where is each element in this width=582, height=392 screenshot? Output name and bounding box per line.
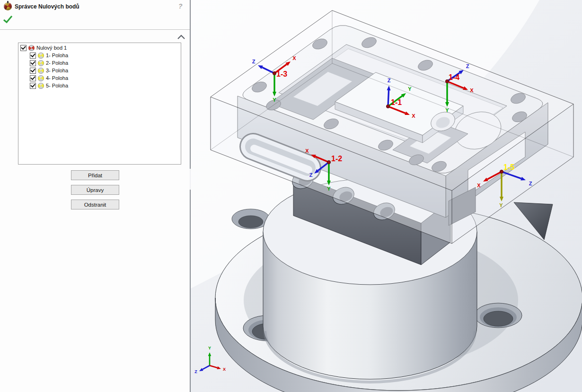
marker-label: 1-1 — [391, 98, 402, 106]
axis-label-z: Z — [388, 78, 391, 83]
cad-scene[interactable]: XZY1-3ZYX1-1ZXY1-4XZY1-2XZY1-5YXZ — [191, 0, 582, 392]
header-divider — [0, 29, 190, 30]
collapse-chevron-icon[interactable] — [177, 33, 185, 42]
3d-viewport[interactable]: XZY1-3ZYX1-1ZXY1-4XZY1-2XZY1-5YXZ — [191, 0, 582, 392]
checkbox[interactable] — [20, 45, 26, 51]
axis-label-z: Z — [252, 59, 256, 64]
tree-item-3-poloha[interactable]: 3- Poloha — [18, 67, 181, 74]
edit-button[interactable]: Úpravy — [71, 185, 119, 195]
axis-label-x: X — [470, 87, 474, 93]
flange-counterbore-hole — [475, 303, 522, 328]
position-icon — [38, 68, 44, 74]
axis-label-z: Z — [466, 63, 469, 69]
axis-label-y: Y — [208, 346, 211, 350]
marker-label: 1-4 — [449, 73, 459, 81]
tree-item-label: 2- Poloha — [46, 60, 68, 66]
checkbox[interactable] — [30, 75, 36, 81]
checkbox[interactable] — [30, 60, 36, 66]
add-button[interactable]: Přidat — [71, 170, 119, 180]
axis-label-x: X — [305, 148, 309, 154]
tree-item-nulov-bod-1[interactable]: Nulový bod 1 — [18, 44, 181, 52]
marker-label: 1-2 — [331, 155, 342, 163]
tree-item-label: Nulový bod 1 — [36, 45, 67, 51]
marker-label: 1-3 — [276, 70, 287, 78]
panel-title: Správce Nulových bodů — [15, 3, 79, 10]
axis-label-x: X — [412, 113, 415, 119]
tree-item-2-poloha[interactable]: 2- Poloha — [18, 59, 181, 67]
tree-item-4-poloha[interactable]: 4- Poloha — [18, 74, 181, 82]
axis-label-x: X — [223, 367, 226, 372]
axis-label-y: Y — [408, 86, 412, 92]
tree-item-label: 3- Poloha — [46, 68, 68, 73]
axis-label-x: X — [292, 55, 296, 61]
axis-label-y: Y — [499, 202, 503, 208]
axis-label-x: X — [477, 183, 481, 188]
position-icon — [38, 83, 44, 89]
tree-item-5-poloha[interactable]: 5- Poloha — [18, 82, 181, 89]
position-icon — [38, 75, 44, 81]
tree-item-1-poloha[interactable]: 1- Poloha — [18, 52, 181, 59]
zero-point-manager-panel: Správce Nulových bodů ? Nulový bod 11- P… — [0, 0, 190, 392]
tree[interactable]: Nulový bod 11- Poloha2- Poloha3- Poloha4… — [18, 43, 181, 165]
axis-label-z: Z — [529, 181, 532, 186]
zero-point-manager-icon — [4, 2, 12, 10]
tree-item-label: 5- Poloha — [46, 83, 68, 88]
checkbox[interactable] — [30, 83, 36, 89]
checkbox[interactable] — [30, 68, 36, 74]
axis-label-z: Z — [309, 172, 313, 178]
zero-point-group-icon — [28, 45, 35, 51]
help-icon[interactable]: ? — [178, 2, 183, 10]
position-icon — [38, 52, 44, 59]
tree-item-label: 4- Poloha — [46, 75, 68, 81]
axis-label-z: Z — [194, 369, 197, 374]
marker-label: 1-5 — [503, 163, 514, 171]
checkbox[interactable] — [30, 52, 36, 59]
confirm-check-icon[interactable] — [3, 15, 13, 26]
axis-label-y: Y — [327, 186, 331, 192]
remove-button[interactable]: Odstranit — [71, 200, 119, 209]
position-icon — [38, 60, 44, 66]
tree-item-label: 1- Poloha — [46, 52, 68, 58]
axis-label-y: Y — [273, 97, 276, 103]
panel-header: Správce Nulových bodů — [4, 2, 79, 10]
axis-label-y: Y — [445, 107, 449, 113]
